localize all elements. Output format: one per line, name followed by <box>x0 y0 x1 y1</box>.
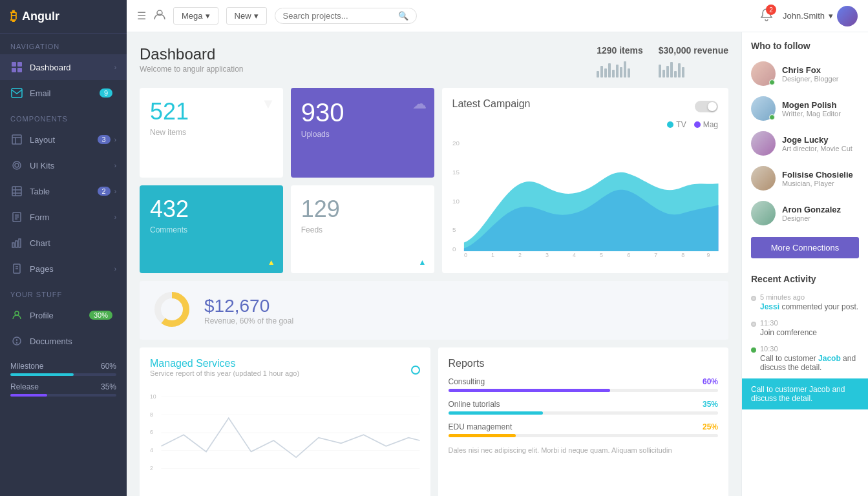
activity-link-jacob[interactable]: Jacob <box>818 354 841 363</box>
svg-rect-0 <box>12 62 16 67</box>
avatar-aron <box>751 201 776 225</box>
sidebar-item-chart[interactable]: Chart <box>0 230 127 256</box>
feeds-num: 129 <box>301 196 424 223</box>
sidebar-item-pages[interactable]: Pages › <box>0 256 127 282</box>
grid-icon <box>10 61 23 74</box>
avatar-joge <box>751 131 776 156</box>
mega-button[interactable]: Mega ▾ <box>173 7 218 25</box>
report-consulting: Consulting 60% <box>449 377 719 392</box>
new-items-num: 521 <box>150 98 273 125</box>
search-icon: 🔍 <box>398 11 408 21</box>
bitcoin-icon: ₿ <box>10 9 17 24</box>
email-label: Email <box>30 88 100 98</box>
svg-text:0: 0 <box>452 245 456 253</box>
pages-icon <box>10 262 23 275</box>
svg-point-8 <box>13 161 21 169</box>
arrow-icon: ▼ <box>261 96 275 112</box>
donut-chart <box>153 290 191 331</box>
svg-rect-10 <box>12 187 21 196</box>
notifications-button[interactable]: 2 <box>761 8 772 23</box>
search-input[interactable] <box>283 11 396 21</box>
search-box[interactable]: 🔍 <box>275 8 417 24</box>
sidebar-item-email[interactable]: Email 9 <box>0 80 127 106</box>
yourstuff-section-label: Your Stuff <box>0 282 127 302</box>
profile-icon <box>10 309 23 322</box>
svg-rect-4 <box>12 88 22 98</box>
svg-text:7: 7 <box>654 252 657 258</box>
sidebar-item-table[interactable]: Table 2 › <box>0 178 127 204</box>
uploads-card: ☁ 930 Uploads <box>291 88 434 178</box>
sidebar-item-uikits[interactable]: UI Kits › <box>0 152 127 178</box>
activity-dot <box>751 322 756 327</box>
cloud-icon: ☁ <box>412 96 427 112</box>
activity-item-1: 5 minutes ago Jessi commented your post. <box>742 289 868 315</box>
user-menu-button[interactable]: John.Smith ▾ <box>783 6 858 26</box>
docs-label: Documents <box>30 336 116 346</box>
svg-rect-2 <box>12 68 16 72</box>
svg-text:5: 5 <box>452 226 456 233</box>
chevron-down-icon: ▾ <box>254 11 259 21</box>
new-button[interactable]: New ▾ <box>226 7 267 25</box>
svg-text:6: 6 <box>627 252 630 258</box>
header-stats: 1290 items $30,000 revenue <box>597 45 728 78</box>
activity-link-jessi[interactable]: Jessi <box>760 302 779 311</box>
chevron-icon: › <box>114 162 116 169</box>
avatar <box>837 6 858 26</box>
sidebar-item-layout[interactable]: Layout 3 › <box>0 127 127 152</box>
user-icon[interactable] <box>154 9 165 23</box>
layout-label: Layout <box>30 135 98 145</box>
profile-label: Profile <box>30 311 89 320</box>
avatar-chris <box>751 61 776 86</box>
components-section-label: Components <box>0 106 127 127</box>
more-connections-button[interactable]: More Connections <box>751 237 859 258</box>
bottom-section: Managed Services Service report of this … <box>140 347 728 496</box>
managed-chart: 10 8 6 4 2 <box>150 382 420 496</box>
release-bar <box>10 394 116 397</box>
arrow-up-icon: ▲ <box>268 258 275 267</box>
svg-text:8: 8 <box>150 411 153 418</box>
right-panel: Who to follow Chris Fox Designer, Blogge… <box>741 0 868 496</box>
uikits-label: UI Kits <box>30 161 114 170</box>
table-badge: 2 <box>98 187 111 196</box>
avatar-mogen <box>751 96 776 121</box>
email-icon <box>10 87 23 99</box>
notif-badge: 2 <box>766 5 776 15</box>
pages-label: Pages <box>30 264 114 274</box>
chevron-down-icon: ▾ <box>206 11 210 21</box>
activity-last: Call to customer Jacob and discuss the d… <box>742 378 868 409</box>
feeds-card: ▲ 129 Feeds <box>291 185 434 273</box>
sidebar-item-profile[interactable]: Profile 30% <box>0 302 127 328</box>
sidebar-item-dashboard[interactable]: Dashboard › <box>0 54 127 80</box>
uploads-label: Uploads <box>301 130 424 139</box>
layout-badge: 3 <box>98 135 111 144</box>
uploads-num: 930 <box>301 98 424 127</box>
revenue-amount: $12,670 <box>204 296 293 316</box>
app-logo: ₿ Angulr <box>0 0 127 34</box>
sidebar-item-documents[interactable]: Documents <box>0 328 127 354</box>
campaign-toggle[interactable] <box>695 101 718 112</box>
managed-sub: Service report of this year (updated 1 h… <box>150 369 299 377</box>
follow-item-5: Aron Gonzalez Designer <box>742 196 868 231</box>
campaign-title: Latest Campaign <box>452 98 531 110</box>
page-subtitle: Welcome to angulr application <box>140 65 597 74</box>
chevron-icon: › <box>114 265 116 273</box>
activity-dot-green <box>751 347 756 353</box>
reports-title: Reports <box>449 358 719 369</box>
svg-text:15: 15 <box>452 169 460 176</box>
svg-rect-19 <box>16 241 17 247</box>
form-label: Form <box>30 212 114 222</box>
svg-text:2: 2 <box>518 252 521 258</box>
svg-text:1: 1 <box>491 252 494 258</box>
activity-item-2: 11:30 Join comference <box>742 315 868 341</box>
reports-description: Dales nisi nec adipiscing elit. Morbi id… <box>449 445 719 456</box>
svg-point-24 <box>15 311 19 315</box>
hamburger-icon[interactable]: ☰ <box>137 10 146 22</box>
username: John.Smith <box>783 11 825 21</box>
sidebar-item-form[interactable]: Form › <box>0 204 127 230</box>
svg-text:5: 5 <box>600 252 603 258</box>
layout-icon <box>10 133 23 146</box>
svg-text:4: 4 <box>573 252 576 258</box>
chevron-icon: › <box>114 214 116 221</box>
chart-label: Chart <box>30 238 116 248</box>
svg-rect-5 <box>12 135 21 144</box>
